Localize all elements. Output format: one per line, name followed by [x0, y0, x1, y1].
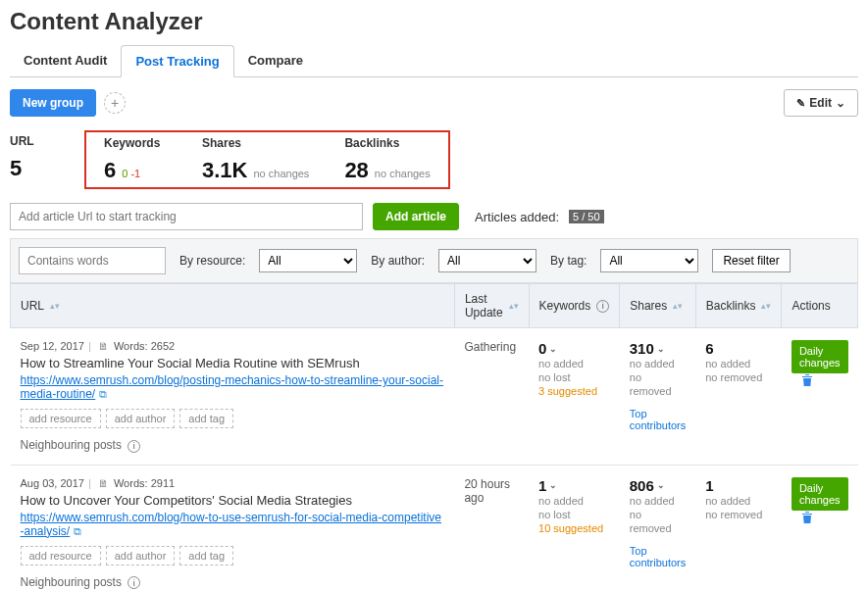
neighbouring-posts[interactable]: Neighbouring posts i: [21, 438, 445, 453]
col-keywords[interactable]: Keywordsi: [529, 284, 620, 328]
filter-author-select[interactable]: All: [438, 249, 536, 272]
row-words-label: Words:: [114, 477, 148, 489]
summary-bl-value: 28: [344, 158, 368, 183]
table-row: Aug 03, 2017| 🗎 Words: 2911 How to Uncov…: [11, 465, 858, 590]
top-contributors-link[interactable]: Top contributors: [630, 545, 686, 568]
row-title: How to Uncover Your Competitors' Social …: [21, 493, 445, 508]
row-last-update: Gathering: [454, 328, 529, 466]
row-backlinks-value: 1: [705, 477, 713, 494]
sort-icon: ▴▾: [761, 301, 771, 311]
top-contributors-link[interactable]: Top contributors: [630, 408, 686, 431]
row-kw-suggested[interactable]: 3 suggested: [538, 385, 597, 397]
col-actions: Actions: [782, 284, 858, 328]
info-icon[interactable]: i: [596, 300, 609, 313]
col-shares[interactable]: Shares▴▾: [620, 284, 695, 328]
articles-added-label: Articles added:: [475, 210, 559, 224]
articles-added-value: 5 / 50: [569, 210, 604, 223]
filter-tag-label: By tag:: [550, 254, 587, 268]
chevron-down-icon: ⌄: [657, 480, 665, 490]
summary-shares: Shares 3.1K no changes: [184, 136, 327, 183]
external-link-icon[interactable]: ⧉: [74, 525, 81, 537]
filter-author-label: By author:: [371, 254, 425, 268]
filter-resource-label: By resource:: [179, 254, 245, 268]
row-date: Sep 12, 2017: [21, 340, 84, 352]
tab-compare[interactable]: Compare: [234, 45, 317, 76]
row-date: Aug 03, 2017: [21, 477, 84, 489]
daily-changes-button[interactable]: Daily changes: [791, 340, 848, 373]
row-bl-removed: no removed: [705, 509, 762, 520]
summary-backlinks: Backlinks 28 no changes: [327, 136, 447, 183]
add-author-chip[interactable]: add author: [106, 546, 176, 565]
chevron-down-icon: ⌄: [836, 96, 845, 110]
add-article-input[interactable]: [10, 203, 363, 230]
summary-bl-label: Backlinks: [344, 136, 430, 150]
row-kw-suggested[interactable]: 10 suggested: [538, 522, 603, 534]
edit-button[interactable]: ✎ Edit ⌄: [784, 89, 858, 117]
summary-sh-value: 3.1K: [202, 158, 247, 183]
summary-url: URL 5: [10, 130, 84, 185]
row-words-label: Words:: [114, 340, 148, 352]
add-group-button[interactable]: +: [104, 92, 126, 114]
delete-row-button[interactable]: [801, 374, 813, 389]
summary-kw-down: -1: [130, 168, 140, 179]
tabs: Content Audit Post Tracking Compare: [10, 45, 858, 77]
row-url-link[interactable]: https://www.semrush.com/blog/how-to-use-…: [21, 511, 441, 538]
neighbouring-posts[interactable]: Neighbouring posts i: [21, 575, 445, 590]
row-meta: Aug 03, 2017| 🗎 Words: 2911: [21, 477, 445, 489]
chevron-down-icon: ⌄: [549, 480, 557, 490]
row-last-update: 20 hours ago: [454, 465, 529, 590]
tab-post-tracking[interactable]: Post Tracking: [121, 45, 233, 77]
table-row: Sep 12, 2017| 🗎 Words: 2652 How to Strea…: [11, 328, 858, 466]
row-bl-added: no added: [705, 495, 750, 507]
filter-bar: By resource: All By author: All By tag: …: [10, 238, 858, 283]
row-shares-value[interactable]: 806⌄: [630, 477, 665, 494]
add-tag-chip[interactable]: add tag: [179, 546, 233, 565]
row-meta: Sep 12, 2017| 🗎 Words: 2652: [21, 340, 445, 352]
row-keywords-value[interactable]: 1⌄: [538, 477, 557, 494]
row-bl-added: no added: [705, 358, 750, 369]
col-url[interactable]: URL▴▾: [11, 284, 455, 328]
row-shares-removed: no removed: [630, 371, 672, 397]
reset-filter-button[interactable]: Reset filter: [712, 249, 790, 272]
col-last-update[interactable]: Last Update▴▾: [454, 284, 529, 328]
row-shares-added: no added: [630, 495, 675, 507]
row-title: How to Streamline Your Social Media Rout…: [21, 356, 445, 370]
row-shares-value[interactable]: 310⌄: [630, 340, 665, 357]
add-tag-chip[interactable]: add tag: [179, 409, 233, 428]
col-backlinks[interactable]: Backlinks▴▾: [695, 284, 782, 328]
add-resource-chip[interactable]: add resource: [21, 409, 101, 428]
daily-changes-button[interactable]: Daily changes: [791, 477, 848, 511]
info-icon[interactable]: i: [128, 576, 140, 589]
summary-sh-sub: no changes: [253, 168, 309, 179]
external-link-icon[interactable]: ⧉: [99, 388, 107, 400]
row-kw-lost: no lost: [538, 509, 570, 520]
pencil-icon: ✎: [796, 97, 805, 110]
row-kw-lost: no lost: [538, 371, 570, 383]
filter-resource-select[interactable]: All: [259, 249, 357, 272]
row-url-link[interactable]: https://www.semrush.com/blog/posting-mec…: [21, 373, 443, 401]
row-words: 2652: [151, 340, 175, 352]
sort-icon: ▴▾: [673, 301, 683, 311]
edit-label: Edit: [809, 96, 832, 110]
articles-table: URL▴▾ Last Update▴▾ Keywordsi Shares▴▾ B…: [10, 283, 858, 590]
info-icon[interactable]: i: [128, 440, 140, 453]
add-author-chip[interactable]: add author: [106, 409, 176, 428]
summary-keywords: Keywords 6 0 -1: [86, 136, 184, 183]
row-keywords-value[interactable]: 0⌄: [538, 340, 557, 357]
sort-icon: ▴▾: [509, 301, 519, 311]
new-group-button[interactable]: New group: [10, 89, 96, 117]
summary-highlight: Keywords 6 0 -1 Shares 3.1K no changes B…: [84, 130, 450, 189]
add-article-button[interactable]: Add article: [373, 203, 459, 230]
filter-tag-select[interactable]: All: [600, 249, 698, 272]
add-resource-chip[interactable]: add resource: [21, 546, 101, 565]
delete-row-button[interactable]: [801, 512, 813, 526]
summary-url-label: URL: [10, 134, 84, 148]
filter-contains-input[interactable]: [19, 247, 166, 274]
sort-icon: ▴▾: [50, 301, 60, 311]
tab-content-audit[interactable]: Content Audit: [10, 45, 121, 76]
row-backlinks-value: 6: [705, 340, 713, 357]
summary-url-value: 5: [10, 156, 84, 181]
row-kw-added: no added: [538, 358, 584, 369]
page-title: Content Analyzer: [10, 8, 858, 35]
row-shares-added: no added: [630, 358, 675, 369]
